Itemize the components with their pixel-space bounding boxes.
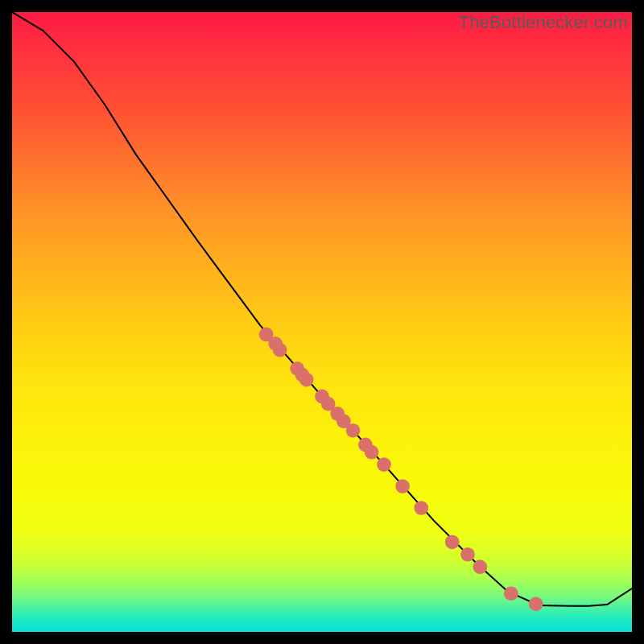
data-marker xyxy=(365,445,379,460)
data-marker xyxy=(414,501,428,515)
data-marker xyxy=(273,343,287,357)
data-marker xyxy=(460,547,475,562)
data-marker xyxy=(377,457,391,472)
data-marker xyxy=(504,586,518,601)
data-marker xyxy=(445,535,460,549)
data-marker xyxy=(299,373,314,387)
chart-svg xyxy=(12,12,632,632)
data-marker xyxy=(529,597,543,611)
data-markers xyxy=(259,328,543,612)
data-marker xyxy=(346,423,361,438)
plot-area: TheBottlenecker.com xyxy=(12,12,632,632)
data-marker xyxy=(473,559,487,574)
chart-container: TheBottlenecker.com xyxy=(0,0,644,644)
bottleneck-curve xyxy=(12,12,632,606)
data-marker xyxy=(395,479,410,493)
